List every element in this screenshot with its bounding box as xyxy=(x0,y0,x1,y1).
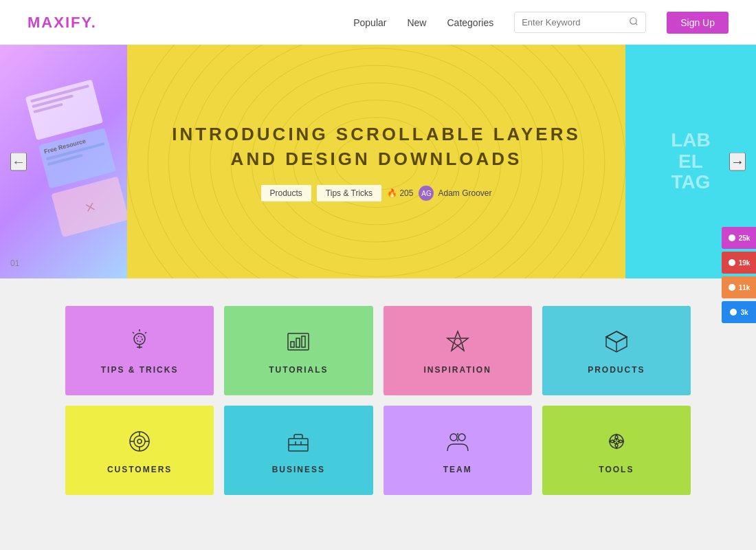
hero-center-panel: INTRODUCING SCROLLABLE LAYERS AND DESIGN… xyxy=(127,45,625,278)
author-avatar: AG xyxy=(419,186,434,201)
svg-line-32 xyxy=(616,337,627,342)
search-bar xyxy=(514,12,646,33)
cat-tile-tips[interactable]: TIPS & TRICKS xyxy=(65,306,214,395)
hero-title: INTRODUCING SCROLLABLE LAYERS AND DESIGN… xyxy=(172,122,581,172)
logo: MAXIFY. xyxy=(27,14,97,32)
logo-accent: . xyxy=(91,14,97,31)
stat-value-1: 25k xyxy=(739,234,751,242)
stat-badge-3[interactable]: 11k xyxy=(722,276,756,298)
nav-popular[interactable]: Popular xyxy=(353,17,386,28)
svg-line-20 xyxy=(145,332,146,333)
nav-new[interactable]: New xyxy=(407,17,426,28)
hero-prev-button[interactable]: ← xyxy=(10,153,27,171)
products-icon xyxy=(601,327,632,357)
hero-section: ← Free Resource 01 xyxy=(0,45,756,278)
svg-line-31 xyxy=(606,337,616,342)
stat-badge-2[interactable]: 19k xyxy=(722,252,756,274)
svg-point-27 xyxy=(454,338,461,345)
stat-value-4: 3k xyxy=(740,309,748,316)
cat-label-tips: TIPS & TRICKS xyxy=(101,365,179,375)
categories-section: TIPS & TRICKS TUTORIALS INSPIRATION PROD… xyxy=(0,278,756,522)
cat-label-tools: TOOLS xyxy=(599,465,634,474)
logo-text: MAXIFY xyxy=(27,14,91,31)
tag-decoration: LABELTAG xyxy=(671,130,711,193)
tips-icon xyxy=(124,327,155,357)
cat-tile-customers[interactable]: CUSTOMERS xyxy=(65,406,214,495)
svg-line-21 xyxy=(133,332,134,333)
slide-number: 01 xyxy=(10,258,19,268)
cat-label-business: BUSINESS xyxy=(272,465,325,474)
author-name: Adam Groover xyxy=(438,188,491,198)
cat-label-team: TEAM xyxy=(443,465,472,474)
svg-point-0 xyxy=(630,18,636,24)
svg-rect-23 xyxy=(291,342,294,347)
stat-value-3: 11k xyxy=(739,284,751,292)
stat-badge-1[interactable]: 25k xyxy=(722,227,756,249)
cat-tile-team[interactable]: TEAM xyxy=(383,406,532,495)
hero-mock-cards: Free Resource xyxy=(25,79,127,237)
search-icon-button[interactable] xyxy=(629,16,638,28)
tutorials-icon xyxy=(283,327,313,357)
cat-tile-tools[interactable]: TOOLS xyxy=(542,406,691,495)
svg-line-3 xyxy=(86,202,94,210)
svg-marker-29 xyxy=(606,331,627,342)
stat-value-2: 19k xyxy=(739,259,751,267)
svg-point-45 xyxy=(458,434,465,441)
hero-likes: 🔥 205 xyxy=(387,188,413,198)
cat-tile-tutorials[interactable]: TUTORIALS xyxy=(224,306,373,395)
stat-badge-4[interactable]: 3k xyxy=(722,301,756,323)
svg-point-34 xyxy=(134,436,145,447)
hero-tag-tips[interactable]: Tips & Tricks xyxy=(317,185,381,201)
main-nav: Popular New Categories Sign Up xyxy=(353,12,729,34)
category-row-2: CUSTOMERS BUSINESS TEAM TOOLS xyxy=(65,406,691,495)
svg-rect-24 xyxy=(296,338,300,347)
hero-tag-products[interactable]: Products xyxy=(261,185,311,201)
cat-tile-inspiration[interactable]: INSPIRATION xyxy=(383,306,532,395)
hero-next-button[interactable]: → xyxy=(729,153,746,171)
svg-point-15 xyxy=(134,333,145,344)
cat-tile-business[interactable]: BUSINESS xyxy=(224,406,373,495)
business-icon xyxy=(283,426,313,456)
svg-point-35 xyxy=(137,439,142,443)
signup-button[interactable]: Sign Up xyxy=(667,12,729,34)
svg-point-18 xyxy=(137,336,142,342)
svg-point-48 xyxy=(610,434,623,448)
hero-left-panel: ← Free Resource 01 xyxy=(0,45,127,278)
header: MAXIFY. Popular New Categories Sign Up xyxy=(0,0,756,45)
nav-categories[interactable]: Categories xyxy=(447,17,493,28)
svg-marker-26 xyxy=(447,331,468,351)
svg-line-1 xyxy=(636,23,638,25)
cat-label-inspiration: INSPIRATION xyxy=(423,365,491,375)
team-icon xyxy=(443,426,473,456)
category-row-1: TIPS & TRICKS TUTORIALS INSPIRATION PROD… xyxy=(65,306,691,395)
search-input[interactable] xyxy=(522,17,625,28)
hero-tags: Products Tips & Tricks 🔥 205 AG Adam Gro… xyxy=(261,185,492,201)
svg-point-44 xyxy=(450,434,457,441)
cat-tile-products[interactable]: PRODUCTS xyxy=(542,306,691,395)
inspiration-icon xyxy=(443,327,473,357)
sidebar-stats: 25k 19k 11k 3k xyxy=(722,227,756,323)
tools-icon xyxy=(601,426,632,456)
cat-label-tutorials: TUTORIALS xyxy=(269,365,328,375)
cat-label-products: PRODUCTS xyxy=(588,365,645,375)
customers-icon xyxy=(124,426,155,456)
hero-author: AG Adam Groover xyxy=(419,186,491,201)
svg-rect-25 xyxy=(302,336,305,347)
cat-label-customers: CUSTOMERS xyxy=(107,465,172,474)
